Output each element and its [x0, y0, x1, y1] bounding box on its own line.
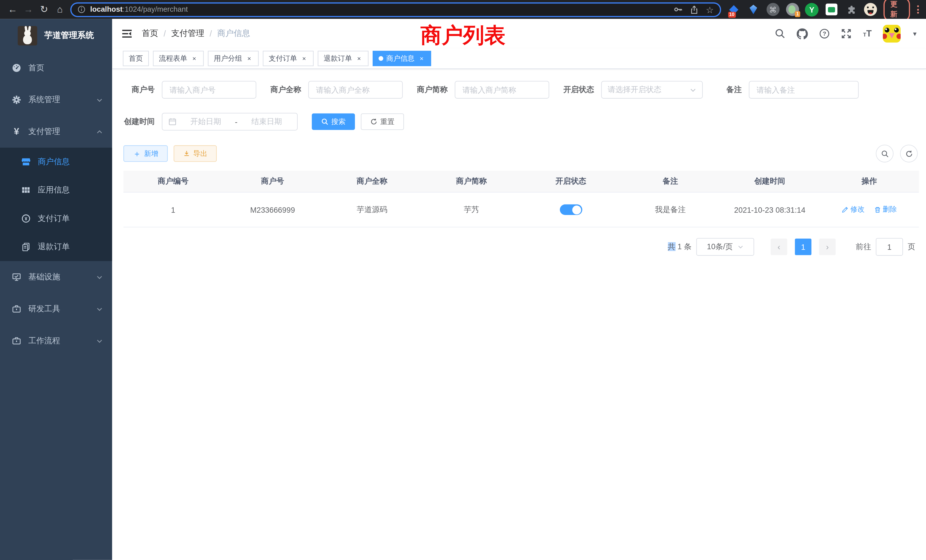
bookmark-star-icon[interactable]: ☆: [706, 5, 714, 14]
gear-icon: [12, 95, 21, 104]
sidebar-item-refund-order[interactable]: 退款订单: [0, 233, 112, 261]
refresh-table-icon[interactable]: [900, 145, 918, 162]
breadcrumb-home[interactable]: 首页: [142, 28, 158, 39]
close-icon[interactable]: ×: [191, 55, 198, 62]
show-search-icon[interactable]: [876, 145, 894, 162]
app-logo[interactable]: 芋道管理系统: [0, 19, 112, 52]
document-copy-icon: [21, 242, 31, 251]
svg-text:¥: ¥: [25, 216, 28, 221]
col-remark: 备注: [621, 171, 720, 192]
extension-pin-icon[interactable]: 10: [727, 2, 741, 17]
chevron-down-icon: [96, 274, 103, 280]
close-icon[interactable]: ×: [301, 55, 308, 62]
chevron-down-icon: [738, 244, 743, 250]
table-row: 1 M233666999 芋道源码 芋艿 我是备注 2021-10-23 08:…: [123, 192, 919, 227]
merchant-no-input[interactable]: [162, 81, 256, 98]
add-button[interactable]: ＋ 新增: [123, 145, 168, 162]
cell-merchant-id: 1: [123, 192, 223, 227]
tab-merchant-info[interactable]: 商户信息×: [373, 51, 431, 66]
browser-reload-icon[interactable]: ↻: [36, 0, 52, 19]
extension-chat-icon[interactable]: [824, 2, 838, 17]
sidebar-item-system[interactable]: 系统管理: [0, 84, 112, 116]
fullscreen-icon[interactable]: [841, 28, 852, 39]
delete-button[interactable]: 删除: [874, 204, 897, 215]
font-size-icon[interactable]: TT: [863, 29, 872, 38]
page-info-icon[interactable]: [77, 5, 86, 14]
app-title: 芋道管理系统: [44, 30, 94, 41]
password-key-icon[interactable]: [673, 5, 683, 14]
sidebar-item-home[interactable]: 首页: [0, 52, 112, 84]
export-button[interactable]: 导出: [174, 145, 217, 162]
browser-back-icon[interactable]: ←: [5, 0, 21, 19]
close-icon[interactable]: ×: [356, 55, 363, 62]
status-toggle[interactable]: [560, 204, 582, 215]
sidebar-item-infrastructure[interactable]: 基础设施: [0, 261, 112, 293]
next-page-button[interactable]: ›: [819, 239, 836, 255]
sidebar-item-payment[interactable]: ¥ 支付管理: [0, 116, 112, 148]
full-name-input[interactable]: [308, 81, 402, 98]
browser-home-icon[interactable]: ⌂: [52, 0, 68, 19]
user-avatar[interactable]: [883, 25, 900, 42]
sidebar-item-label: 应用信息: [38, 185, 70, 195]
sidebar-item-label: 首页: [28, 63, 44, 73]
url-text[interactable]: localhost:1024/pay/merchant: [90, 5, 666, 14]
edit-button[interactable]: 修改: [841, 204, 865, 215]
sidebar-collapse-icon[interactable]: [112, 19, 142, 48]
sidebar-item-dev-tools[interactable]: 研发工具: [0, 293, 112, 325]
grid-icon: [21, 185, 31, 195]
sidebar-item-pay-order[interactable]: ¥ 支付订单: [0, 204, 112, 233]
search-button[interactable]: 搜索: [312, 114, 355, 130]
profile-avatar-icon[interactable]: [863, 2, 878, 17]
help-icon[interactable]: ?: [819, 28, 830, 39]
main-panel: 首页 / 支付管理 / 商户信息 ? TT ▼ 首页: [112, 19, 926, 560]
tab-pay-order[interactable]: 支付订单×: [263, 51, 313, 66]
remark-label: 备注: [726, 85, 742, 95]
plus-icon: ＋: [133, 150, 141, 158]
tab-user-group[interactable]: 用户分组×: [208, 51, 259, 66]
browser-forward-icon[interactable]: →: [21, 0, 36, 19]
filter-row-2: 创建时间 开始日期 - 结束日期 搜索: [123, 113, 919, 130]
close-icon[interactable]: ×: [246, 55, 253, 62]
browser-update-button[interactable]: 更新: [883, 0, 910, 22]
sidebar-item-label: 支付管理: [28, 126, 60, 137]
create-time-range-picker[interactable]: 开始日期 - 结束日期: [162, 113, 298, 130]
sidebar-item-app-info[interactable]: 应用信息: [0, 176, 112, 204]
short-name-input[interactable]: [455, 81, 549, 98]
breadcrumb: 首页 / 支付管理 / 商户信息: [142, 28, 250, 39]
goto-page-input[interactable]: [876, 238, 903, 256]
pagination-total: 共 1 条: [668, 242, 691, 252]
sidebar-item-merchant-info[interactable]: 商户信息: [0, 148, 112, 176]
goto-label: 前往: [856, 242, 871, 252]
sidebar-item-workflow[interactable]: 工作流程: [0, 325, 112, 357]
prev-page-button[interactable]: ‹: [771, 239, 787, 255]
end-date-placeholder[interactable]: 结束日期: [242, 117, 291, 127]
sidebar-item-label: 研发工具: [28, 304, 60, 314]
address-bar[interactable]: localhost:1024/pay/merchant ☆: [70, 2, 721, 17]
browser-menu-icon[interactable]: [915, 5, 921, 14]
tab-process-form[interactable]: 流程表单×: [153, 51, 204, 66]
extension-gem-icon[interactable]: [746, 2, 761, 17]
github-icon[interactable]: [797, 28, 808, 39]
breadcrumb-payment[interactable]: 支付管理: [171, 28, 204, 39]
yen-icon: ¥: [12, 127, 21, 136]
status-select[interactable]: 请选择开启状态: [601, 81, 703, 98]
extension-y-icon[interactable]: Y: [805, 2, 819, 17]
browser-toolbar: ← → ↻ ⌂ localhost:1024/pay/merchant ☆ 10…: [0, 0, 926, 19]
cell-create-time: 2021-10-23 08:31:14: [720, 192, 820, 227]
page-1-button[interactable]: 1: [795, 239, 811, 255]
share-icon[interactable]: [690, 5, 699, 14]
extensions-puzzle-icon[interactable]: [844, 2, 858, 17]
remark-input[interactable]: [749, 81, 859, 98]
header-search-icon[interactable]: [775, 28, 786, 39]
cell-remark: 我是备注: [621, 192, 720, 227]
extension-command-icon[interactable]: ⌘: [766, 2, 780, 17]
start-date-placeholder[interactable]: 开始日期: [181, 117, 230, 127]
tab-refund-order[interactable]: 退款订单×: [318, 51, 368, 66]
page-size-select[interactable]: 10条/页: [696, 238, 754, 256]
col-merchant-id: 商户编号: [123, 171, 223, 192]
user-menu-caret-icon[interactable]: ▼: [912, 30, 918, 37]
extension-camera-icon[interactable]: 1: [785, 2, 799, 17]
reset-button[interactable]: 重置: [361, 114, 404, 130]
close-icon[interactable]: ×: [418, 55, 425, 62]
tab-home[interactable]: 首页: [123, 51, 149, 66]
